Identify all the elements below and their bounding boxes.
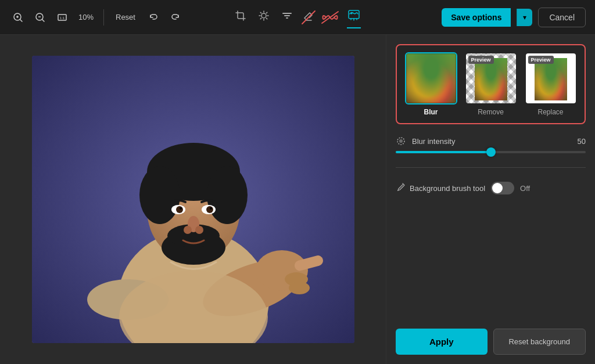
brush-tool-icon bbox=[396, 182, 406, 194]
svg-point-36 bbox=[176, 206, 183, 213]
bg-option-replace-label: Replace bbox=[537, 108, 563, 116]
blur-intensity-slider[interactable] bbox=[396, 151, 586, 153]
slider-fill bbox=[396, 151, 491, 153]
person-svg bbox=[32, 56, 354, 343]
undo-button[interactable] bbox=[145, 10, 162, 25]
redo-button[interactable] bbox=[167, 10, 184, 25]
svg-text:1:1: 1:1 bbox=[60, 16, 65, 20]
cancel-button[interactable]: Cancel bbox=[538, 8, 586, 27]
save-options-button[interactable]: Save options bbox=[442, 8, 511, 27]
topbar-left: 1:1 10% Reset bbox=[9, 9, 202, 26]
blur-intensity-section: Blur intensity 50 bbox=[396, 134, 586, 156]
bg-option-blur-image bbox=[405, 52, 457, 104]
blur-intensity-icon bbox=[396, 136, 406, 146]
toggle-knob bbox=[492, 183, 503, 193]
svg-line-16 bbox=[266, 12, 267, 13]
svg-point-30 bbox=[139, 166, 180, 224]
topbar-center bbox=[202, 7, 394, 27]
filter-tool-icon[interactable] bbox=[279, 8, 295, 27]
brush-tool-row: Background brush tool Off bbox=[396, 179, 586, 197]
svg-point-31 bbox=[207, 166, 248, 224]
erase-tool-icon[interactable] bbox=[302, 11, 315, 24]
bg-option-remove-image: Preview bbox=[465, 52, 517, 104]
right-panel: Blur Preview Remove Preview Replace bbox=[386, 35, 595, 364]
svg-line-5 bbox=[42, 19, 45, 21]
brightness-tool-icon[interactable] bbox=[256, 8, 272, 27]
bg-option-remove-label: Remove bbox=[478, 108, 504, 116]
svg-point-9 bbox=[261, 13, 266, 18]
svg-point-42 bbox=[195, 226, 203, 234]
zoom-percent-label: 10% bbox=[76, 12, 96, 23]
crop-tool-icon[interactable] bbox=[232, 8, 249, 27]
svg-rect-23 bbox=[349, 10, 359, 19]
bg-options-container: Blur Preview Remove Preview Replace bbox=[396, 44, 586, 124]
svg-point-47 bbox=[289, 282, 310, 294]
topbar: 1:1 10% Reset bbox=[0, 0, 595, 35]
svg-point-51 bbox=[399, 139, 403, 143]
svg-line-17 bbox=[260, 18, 261, 19]
svg-rect-20 bbox=[286, 17, 288, 19]
svg-point-38 bbox=[180, 207, 182, 210]
svg-point-37 bbox=[206, 206, 213, 213]
svg-line-22 bbox=[322, 12, 338, 23]
canvas-area bbox=[0, 35, 386, 364]
svg-line-15 bbox=[266, 18, 267, 19]
bg-option-replace-image: Preview bbox=[525, 52, 577, 104]
bg-option-blur-label: Blur bbox=[424, 108, 438, 116]
brush-tool-toggle-label: Off bbox=[520, 184, 530, 193]
blur-intensity-row: Blur intensity 50 bbox=[396, 134, 586, 149]
svg-line-21 bbox=[302, 11, 315, 24]
svg-point-39 bbox=[210, 207, 212, 210]
svg-point-24 bbox=[351, 13, 353, 15]
brush-tool-label: Background brush tool bbox=[410, 184, 485, 193]
apply-button[interactable]: Apply bbox=[396, 329, 488, 355]
save-options-chevron-button[interactable]: ▾ bbox=[517, 9, 532, 26]
brush-tool-toggle[interactable] bbox=[491, 182, 514, 194]
reset-background-button[interactable]: Reset background bbox=[493, 329, 586, 355]
svg-point-41 bbox=[184, 226, 192, 234]
svg-rect-18 bbox=[282, 13, 292, 14]
remove-preview-badge: Preview bbox=[468, 56, 494, 64]
fit-screen-button[interactable]: 1:1 bbox=[53, 10, 71, 25]
effects-tool-icon[interactable] bbox=[322, 12, 338, 23]
bg-option-replace[interactable]: Preview Replace bbox=[524, 52, 578, 116]
blur-intensity-slider-container bbox=[396, 149, 586, 156]
blur-intensity-label: Blur intensity bbox=[412, 137, 564, 146]
zoom-in-button[interactable] bbox=[9, 10, 27, 25]
svg-rect-19 bbox=[284, 15, 290, 16]
separator bbox=[103, 9, 104, 26]
topbar-right: Save options ▾ Cancel bbox=[393, 8, 586, 27]
bottom-buttons: Apply Reset background bbox=[396, 329, 586, 355]
bg-option-blur[interactable]: Blur bbox=[404, 52, 458, 116]
svg-line-14 bbox=[260, 12, 261, 13]
slider-thumb[interactable] bbox=[486, 147, 496, 157]
main-area: Blur Preview Remove Preview Replace bbox=[0, 35, 595, 364]
bg-remove-tool-icon[interactable] bbox=[345, 7, 363, 27]
zoom-out-button[interactable] bbox=[31, 10, 49, 25]
svg-line-1 bbox=[20, 19, 23, 21]
reset-button[interactable]: Reset bbox=[111, 10, 140, 24]
panel-divider bbox=[396, 167, 586, 168]
blur-intensity-value: 50 bbox=[569, 137, 586, 146]
canvas-image bbox=[32, 56, 354, 343]
bg-option-remove[interactable]: Preview Remove bbox=[464, 52, 518, 116]
replace-preview-badge: Preview bbox=[528, 56, 554, 64]
